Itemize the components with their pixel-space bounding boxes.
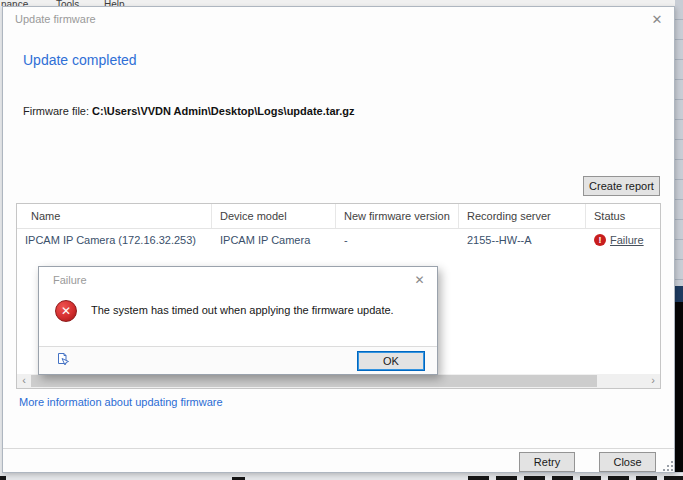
scroll-left-icon[interactable]: ‹	[17, 374, 31, 388]
firmware-file-label: Firmware file:	[23, 105, 89, 117]
close-icon[interactable]: ✕	[412, 273, 427, 288]
scroll-right-icon[interactable]: ›	[646, 374, 660, 388]
close-button[interactable]: Close	[599, 452, 656, 472]
cell-recording-server: 2155--HW--A	[459, 229, 586, 251]
firmware-file-path: C:\Users\VVDN Admin\Desktop\Logs\update.…	[92, 105, 354, 117]
retry-button[interactable]: Retry	[519, 452, 575, 472]
table-row[interactable]: IPCAM IP Camera (172.16.32.253) IPCAM IP…	[17, 229, 660, 251]
update-completed-heading: Update completed	[23, 52, 137, 68]
ok-button[interactable]: OK	[357, 351, 425, 371]
resize-grip[interactable]	[663, 461, 673, 471]
cell-name: IPCAM IP Camera (172.16.32.253)	[17, 229, 212, 251]
close-icon[interactable]: ✕	[649, 12, 665, 28]
column-header-status[interactable]: Status	[586, 204, 660, 228]
cell-status: ! Failure	[586, 229, 660, 251]
cell-new-firmware-version: -	[336, 229, 459, 251]
column-header-recording-server[interactable]: Recording server	[459, 204, 586, 228]
column-header-name[interactable]: Name	[17, 204, 212, 228]
dialog-title: Update firmware	[15, 13, 96, 25]
table-header-row: Name Device model New firmware version R…	[17, 204, 660, 229]
background-right-dark-item	[675, 286, 683, 302]
more-information-link[interactable]: More information about updating firmware	[19, 396, 223, 408]
background-bottom-fragment	[0, 476, 6, 480]
copy-icon[interactable]	[55, 352, 72, 369]
footer-divider	[3, 448, 674, 449]
create-report-button[interactable]: Create report	[583, 176, 660, 196]
column-header-device-model[interactable]: Device model	[212, 204, 336, 228]
error-message: The system has timed out when applying t…	[91, 304, 421, 316]
error-icon: ✕	[55, 300, 77, 322]
cell-device-model: IPCAM IP Camera	[212, 229, 336, 251]
failure-dialog-footer: OK	[39, 346, 437, 374]
failure-dialog-title: Failure	[53, 274, 87, 286]
failure-dialog: Failure ✕ ✕ The system has timed out whe…	[38, 266, 438, 375]
failure-status-icon: !	[594, 234, 606, 246]
update-firmware-dialog: Update firmware ✕ Update completed Firmw…	[2, 6, 675, 473]
screenshot-root: nance Tools Help Update firmware ✕ Updat…	[0, 0, 683, 480]
failure-status-link[interactable]: Failure	[610, 234, 644, 246]
background-right-black-area	[675, 302, 683, 472]
horizontal-scrollbar[interactable]: ‹ ›	[17, 374, 660, 388]
scrollbar-track[interactable]	[31, 374, 646, 388]
firmware-file-line: Firmware file: C:\Users\VVDN Admin\Deskt…	[23, 105, 355, 117]
scrollbar-thumb[interactable]	[31, 375, 597, 387]
column-header-new-firmware-version[interactable]: New firmware version	[336, 204, 459, 228]
background-bottom-dashes	[468, 476, 683, 480]
